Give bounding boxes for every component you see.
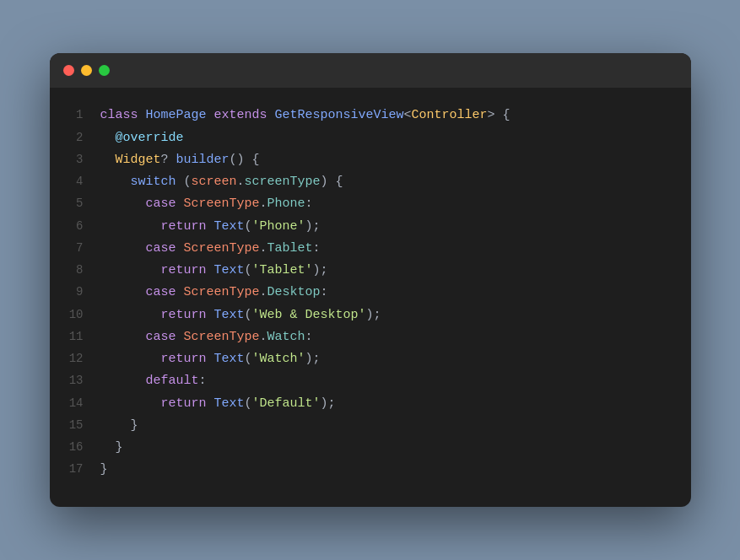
minimize-button[interactable]	[81, 65, 92, 76]
code-line-6: 6 return Text('Phone');	[67, 216, 674, 238]
code-text: }	[100, 415, 138, 437]
code-line-4: 4 switch (screen.screenType) {	[67, 171, 674, 193]
code-text: return Text('Watch');	[100, 348, 321, 370]
line-number: 9	[67, 282, 100, 303]
line-number: 13	[67, 370, 100, 391]
close-button[interactable]	[63, 65, 74, 76]
code-editor: 1 class HomePage extends GetResponsiveVi…	[50, 88, 691, 506]
line-number: 17	[67, 459, 100, 480]
code-text: return Text('Phone');	[100, 216, 321, 238]
line-number: 5	[67, 193, 100, 214]
line-number: 6	[67, 216, 100, 237]
titlebar	[50, 53, 691, 88]
code-window: 1 class HomePage extends GetResponsiveVi…	[50, 53, 691, 506]
code-line-9: 9 case ScreenType.Desktop:	[67, 282, 674, 304]
code-text: switch (screen.screenType) {	[100, 171, 343, 193]
code-text: case ScreenType.Watch:	[100, 326, 313, 348]
code-text: case ScreenType.Desktop:	[100, 282, 328, 304]
code-text: Widget? builder() {	[100, 149, 260, 171]
code-line-15: 15 }	[67, 415, 674, 437]
line-number: 15	[67, 415, 100, 436]
line-number: 16	[67, 437, 100, 458]
code-line-7: 7 case ScreenType.Tablet:	[67, 238, 674, 260]
line-number: 7	[67, 238, 100, 259]
line-number: 10	[67, 304, 100, 326]
line-number: 4	[67, 171, 100, 192]
code-line-14: 14 return Text('Default');	[67, 393, 674, 415]
code-text: return Text('Web & Desktop');	[100, 304, 381, 326]
line-number: 3	[67, 149, 100, 170]
code-line-16: 16 }	[67, 437, 674, 459]
code-text: @override	[100, 127, 184, 149]
line-number: 1	[67, 105, 100, 126]
line-number: 12	[67, 348, 100, 369]
code-text: default:	[100, 370, 207, 392]
code-line-17: 17 }	[67, 459, 674, 481]
line-number: 8	[67, 260, 100, 281]
line-number: 2	[67, 127, 100, 148]
code-text: return Text('Default');	[100, 393, 336, 415]
line-number: 14	[67, 393, 100, 414]
code-line-1: 1 class HomePage extends GetResponsiveVi…	[67, 105, 674, 127]
code-text: return Text('Tablet');	[100, 260, 328, 282]
code-text: class HomePage extends GetResponsiveView…	[100, 105, 510, 127]
code-line-10: 10 return Text('Web & Desktop');	[67, 304, 674, 326]
line-number: 11	[67, 326, 100, 347]
code-text: }	[100, 437, 123, 459]
code-line-2: 2 @override	[67, 127, 674, 149]
code-line-13: 13 default:	[67, 370, 674, 392]
code-line-5: 5 case ScreenType.Phone:	[67, 193, 674, 215]
code-text: case ScreenType.Tablet:	[100, 238, 321, 260]
code-line-11: 11 case ScreenType.Watch:	[67, 326, 674, 348]
code-line-8: 8 return Text('Tablet');	[67, 260, 674, 282]
code-text: }	[100, 459, 108, 481]
code-line-3: 3 Widget? builder() {	[67, 149, 674, 171]
maximize-button[interactable]	[99, 65, 110, 76]
code-line-12: 12 return Text('Watch');	[67, 348, 674, 370]
code-text: case ScreenType.Phone:	[100, 193, 313, 215]
